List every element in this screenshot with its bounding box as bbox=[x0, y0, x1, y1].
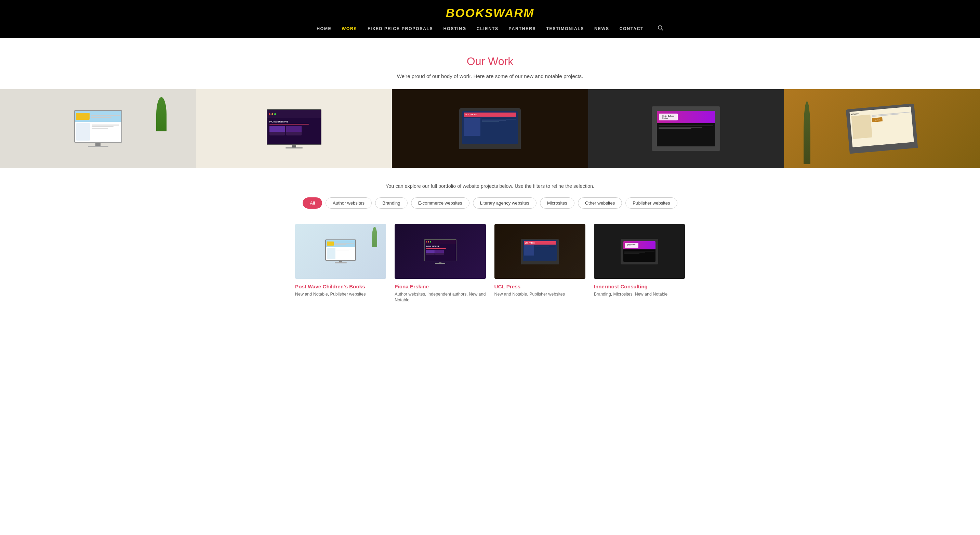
hero-panel-3: UCL PRESS bbox=[392, 89, 588, 168]
filter-literary[interactable]: Literary agency websites bbox=[473, 197, 536, 209]
hero-panel-4: Better Culture.Faster. bbox=[588, 89, 784, 168]
nav-item-clients[interactable]: CLIENTS bbox=[477, 26, 498, 31]
nav-item-work[interactable]: WORK bbox=[342, 26, 357, 31]
card-tags-fiona: Author websites, Independent authors, Ne… bbox=[395, 291, 485, 303]
nav-item-home[interactable]: HOME bbox=[317, 26, 331, 31]
hero-banner: FIONA ERSKINE bbox=[0, 89, 980, 168]
filter-buttons: All Author websites Branding E-commerce … bbox=[7, 197, 973, 209]
portfolio-card-image-ucl: UCL PRESS bbox=[495, 224, 585, 279]
portfolio-card-image-postwave bbox=[295, 224, 386, 279]
portfolio-card-image-innermost: Better Culture.Faster. bbox=[594, 224, 685, 279]
page-title-section: Our Work We're proud of our body of work… bbox=[0, 38, 980, 89]
page-subtitle: We're proud of our body of work. Here ar… bbox=[7, 73, 973, 79]
hero-panel-1 bbox=[0, 89, 196, 168]
page-title: Our Work bbox=[7, 55, 973, 68]
filter-branding[interactable]: Branding bbox=[375, 197, 407, 209]
nav-item-partners[interactable]: PARTNERS bbox=[509, 26, 536, 31]
filter-section: You can explore our full portfolio of we… bbox=[0, 168, 980, 217]
filter-ecommerce[interactable]: E-commerce websites bbox=[411, 197, 469, 209]
card-title-ucl[interactable]: UCL Press bbox=[495, 283, 585, 290]
portfolio-card-postwave[interactable]: Post Wave Children's Books New and Notab… bbox=[295, 224, 386, 303]
nav-item-contact[interactable]: CONTACT bbox=[619, 26, 644, 31]
filter-other[interactable]: Other websites bbox=[578, 197, 622, 209]
nav-item-hosting[interactable]: HOSTING bbox=[443, 26, 466, 31]
portfolio-card-ucl[interactable]: UCL PRESS UCL Press New and Notable, Pub… bbox=[495, 224, 585, 303]
filter-description: You can explore our full portfolio of we… bbox=[7, 183, 973, 189]
portfolio-grid: Post Wave Children's Books New and Notab… bbox=[285, 224, 695, 303]
hero-panel-5: Welcome Contact bbox=[784, 89, 980, 168]
card-title-postwave[interactable]: Post Wave Children's Books bbox=[295, 283, 386, 290]
nav-item-news[interactable]: NEWS bbox=[594, 26, 609, 31]
portfolio-card-fiona[interactable]: FIONA ERSKINE Fiona Erskine Author websi… bbox=[395, 224, 485, 303]
hero-panel-2: FIONA ERSKINE bbox=[196, 89, 392, 168]
card-tags-postwave: New and Notable, Publisher websites bbox=[295, 291, 386, 297]
site-logo[interactable]: BOOKSWARM bbox=[446, 6, 534, 20]
portfolio-card-image-fiona: FIONA ERSKINE bbox=[395, 224, 485, 279]
filter-all[interactable]: All bbox=[302, 197, 322, 209]
nav-item-fixed-price[interactable]: FIXED PRICE PROPOSALS bbox=[368, 26, 433, 31]
portfolio-card-innermost[interactable]: Better Culture.Faster. Innermost Consult… bbox=[594, 224, 685, 303]
nav-bar: HOME WORK FIXED PRICE PROPOSALS HOSTING … bbox=[317, 25, 663, 32]
svg-line-1 bbox=[661, 29, 663, 30]
filter-microsites[interactable]: Microsites bbox=[540, 197, 574, 209]
nav-item-testimonials[interactable]: TESTIMONIALS bbox=[546, 26, 584, 31]
site-header: BOOKSWARM HOME WORK FIXED PRICE PROPOSAL… bbox=[0, 0, 980, 38]
card-title-innermost[interactable]: Innermost Consulting bbox=[594, 283, 685, 290]
search-icon[interactable] bbox=[657, 25, 663, 32]
card-tags-innermost: Branding, Microsites, New and Notable bbox=[594, 291, 685, 297]
filter-author[interactable]: Author websites bbox=[326, 197, 372, 209]
card-title-fiona[interactable]: Fiona Erskine bbox=[395, 283, 485, 290]
filter-publisher[interactable]: Publisher websites bbox=[625, 197, 677, 209]
card-tags-ucl: New and Notable, Publisher websites bbox=[495, 291, 585, 297]
